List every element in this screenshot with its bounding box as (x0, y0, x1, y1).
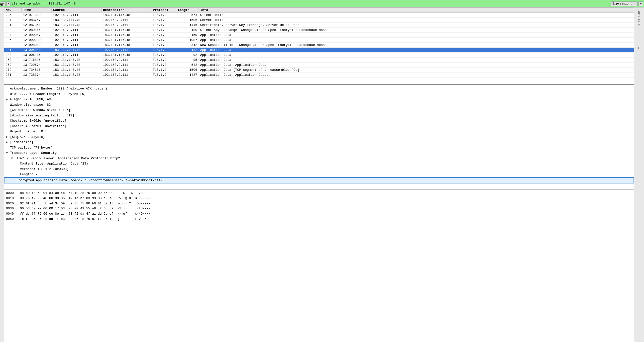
table-row[interactable]: 27913.734516183.131.147.48192.168.2.111T… (4, 67, 634, 72)
detail-lines-container: Acknowledgement Number: 1702 (relative A… (4, 86, 634, 183)
hex-bytes: 00 76 f2 99 40 00 38 06 42 1d b7 83 93 3… (20, 196, 113, 201)
detail-line[interactable]: ▶ Flags: 0x018 (PSH, ACK) (4, 97, 634, 102)
detail-text: Flags: 0x018 (PSH, ACK) (10, 97, 54, 101)
hex-ascii: ···uf··· x··O··\· (117, 211, 150, 217)
tls-side-label: TL (638, 46, 641, 49)
table-row[interactable]: 28113.738374183.131.147.48192.168.2.111T… (4, 72, 634, 77)
detail-line: Checksum: 0x602e [unverified] (4, 118, 634, 124)
detail-line: [Calculated window size: 42496] (4, 107, 634, 113)
hex-line: 003000 53 60 2e 00 00 17 03 03 00 49 55 … (6, 206, 632, 211)
plus-icon: + (640, 2, 642, 6)
right-panel-label1: e\NP (638, 10, 641, 17)
hex-lines-container: 000088 e9 fe 53 01 c4 0c 4b 54 19 2c 75 … (6, 191, 632, 222)
hex-ascii: ·o····?· ·5u···P· (117, 201, 150, 206)
expand-arrow-icon: ▶ (6, 97, 10, 102)
detail-text: Window size value: 83 (10, 103, 51, 107)
table-row[interactable]: 24313.006186192.168.2.111183.131.147.48T… (4, 53, 634, 57)
expand-arrow-icon: ▼ (11, 156, 15, 161)
packet-table-body: 22512.971399192.168.2.111183.131.147.48T… (4, 13, 634, 77)
table-row[interactable]: 23812.998919192.168.2.111183.131.147.48T… (4, 43, 634, 48)
filter-close-button[interactable]: ✕ (1, 1, 6, 6)
detail-line: ▼ Transport Layer Security (4, 150, 634, 156)
detail-text: Transport Layer Security (10, 151, 56, 155)
col-header-info: Info (199, 8, 634, 13)
hex-bytes: 88 e9 fe 53 01 c4 0c 4b 54 19 2c 75 08 0… (20, 191, 113, 196)
detail-line: [Checksum Status: Unverified] (4, 124, 634, 129)
col-header-protocol: Protocol (152, 8, 176, 13)
detail-text: Encrypted Application Data: 55a6c26b59ff… (16, 178, 166, 182)
table-row[interactable]: 24113.005948183.131.147.48192.168.2.111T… (4, 48, 634, 53)
detail-text: Checksum: 0x602e [unverified] (10, 119, 66, 123)
hex-panel: 000088 e9 fe 53 01 c4 0c 4b 54 19 2c 75 … (4, 189, 634, 342)
hex-ascii: ···S···K T·,u··E· (117, 191, 150, 196)
detail-text: Acknowledgement Number: 1702 (relative A… (10, 87, 107, 90)
detail-text: Version: TLS 1.2 (0x0303) (20, 167, 68, 171)
expression-button[interactable]: Expression... (610, 1, 638, 6)
detail-text: [Calculated window size: 42496] (10, 108, 70, 112)
filter-input[interactable] (12, 2, 610, 5)
detail-line[interactable]: ▶ [SEQ/ACK analysis] (4, 134, 634, 140)
table-row[interactable]: 23112.987361183.131.147.48192.168.2.111T… (4, 23, 634, 28)
detail-line: Urgent pointer: 0 (4, 129, 634, 134)
hex-line: 00507b f1 95 e5 fc dd ff b3 88 46 f8 76 … (6, 217, 632, 222)
hex-ascii: ·S`····· ··IU··kY (117, 206, 150, 211)
main-layout: 历史 No. Time Source Destination Protocol … (0, 7, 644, 342)
detail-text: 0101 .... = Header Length: 20 bytes (5) (10, 92, 86, 96)
hex-ascii: ·v··@·8· B····0·· (117, 196, 150, 201)
detail-text: Urgent pointer: 0 (10, 130, 43, 133)
table-row[interactable]: 22512.971399192.168.2.111183.131.147.48T… (4, 13, 634, 18)
detail-text: [SEQ/ACK analysis] (10, 135, 45, 139)
detail-line: Length: 73 (4, 172, 634, 177)
table-row[interactable]: 23312.989846192.168.2.111183.131.147.48T… (4, 28, 634, 33)
detail-text: [Checksum Status: Unverified] (10, 124, 66, 128)
col-header-no: No. (4, 8, 22, 13)
expand-arrow-icon: ▶ (6, 135, 10, 140)
table-row[interactable]: 23412.990047192.168.2.111183.131.147.48T… (4, 33, 634, 38)
hex-offset: 0010 (6, 196, 16, 201)
history-label: 历史 (0, 7, 4, 9)
detail-text: Length: 73 (20, 172, 40, 176)
table-row[interactable]: 25013.716896183.131.147.48192.168.2.111T… (4, 57, 634, 62)
col-header-length: Length (176, 8, 199, 13)
col-header-destination: Destination (102, 8, 152, 13)
detail-text: [Timestamps] (10, 140, 34, 144)
col-header-source: Source (52, 8, 102, 13)
detail-line: Content Type: Application Data (23) (4, 161, 634, 167)
packet-list-container: No. Time Source Destination Protocol Len… (4, 7, 634, 85)
filter-arrow-button[interactable]: ▾ (6, 1, 10, 6)
hex-offset: 0020 (6, 201, 16, 206)
add-filter-button[interactable]: + (638, 1, 643, 6)
detail-line: Window size value: 83 (4, 102, 634, 108)
detail-text: [Window size scaling factor: 512] (10, 114, 74, 117)
expand-arrow-icon: ▼ (6, 151, 10, 156)
table-row[interactable]: 26913.729674183.131.147.48192.168.2.111T… (4, 62, 634, 67)
detail-line: Acknowledgement Number: 1702 (relative A… (4, 86, 634, 91)
left-panel: 历史 (0, 7, 4, 342)
detail-text: TCP payload (78 bytes) (10, 146, 53, 150)
detail-line[interactable]: ▶ [Timestamps] (4, 140, 634, 145)
chevron-down-icon: ▾ (8, 2, 9, 5)
col-header-time: Time (22, 8, 52, 13)
detail-text: TLSv1.2 Record Layer: Application Data P… (15, 157, 120, 160)
expand-arrow-icon: ▶ (6, 140, 10, 145)
right-panel-label2: a:11 (638, 19, 641, 25)
table-row[interactable]: 23512.990299192.168.2.111183.131.147.48T… (4, 38, 634, 43)
detail-panel: Acknowledgement Number: 1702 (relative A… (4, 85, 634, 189)
hex-line: 002002 6f 01 bb fb ad 3f 09 b9 35 75 80 … (6, 201, 632, 206)
hex-line: 0040ff dc ff 75 66 ce 8e 1c 78 f2 da 4f … (6, 211, 632, 217)
hex-bytes: ff dc ff 75 66 ce 8e 1c 78 f2 da 4f a1 d… (20, 211, 113, 217)
detail-text: Content Type: Application Data (23) (20, 162, 88, 166)
detail-line: 0101 .... = Header Length: 20 bytes (5) (4, 91, 634, 97)
hex-offset: 0030 (6, 206, 16, 211)
hex-offset: 0040 (6, 211, 16, 217)
packet-table: No. Time Source Destination Protocol Len… (4, 7, 634, 77)
detail-line: Encrypted Application Data: 55a6c26b59ff… (4, 177, 634, 184)
close-icon: ✕ (2, 2, 4, 5)
filter-bar: ✕ ▾ Expression... + (0, 0, 644, 7)
table-row[interactable]: 22712.983767183.131.147.48192.168.2.111T… (4, 18, 634, 23)
detail-line: TCP payload (78 bytes) (4, 145, 634, 151)
detail-line: ▼ TLSv1.2 Record Layer: Application Data… (4, 156, 634, 161)
hex-line: 001000 76 f2 99 40 00 38 06 42 1d b7 83 … (6, 196, 632, 201)
detail-line: Version: TLS 1.2 (0x0303) (4, 167, 634, 172)
expression-label: Expression... (612, 2, 636, 5)
